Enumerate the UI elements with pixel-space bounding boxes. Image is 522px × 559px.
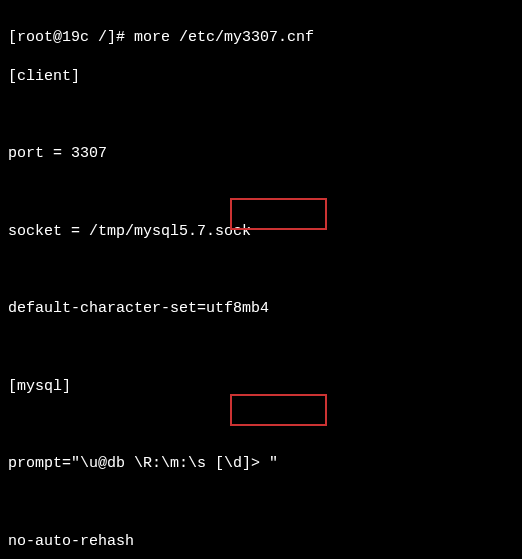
command-line: [root@19c /]# more /etc/my3307.cnf bbox=[8, 28, 514, 48]
config-line bbox=[8, 183, 514, 202]
config-line bbox=[8, 493, 514, 512]
config-line bbox=[8, 338, 514, 357]
config-line: prompt="\u@db \R:\m:\s [\d]> " bbox=[8, 454, 514, 474]
command: more /etc/my3307.cnf bbox=[134, 29, 314, 46]
config-line: [client] bbox=[8, 67, 514, 87]
config-line: socket = /tmp/mysql5.7.sock bbox=[8, 222, 514, 242]
config-line: no-auto-rehash bbox=[8, 532, 514, 552]
terminal-output: [root@19c /]# more /etc/my3307.cnf [clie… bbox=[8, 8, 514, 559]
config-line: default-character-set=utf8mb4 bbox=[8, 299, 514, 319]
config-line: port = 3307 bbox=[8, 144, 514, 164]
config-line bbox=[8, 106, 514, 125]
config-line bbox=[8, 416, 514, 435]
config-line bbox=[8, 261, 514, 280]
prompt: [root@19c /]# bbox=[8, 29, 134, 46]
config-line: [mysql] bbox=[8, 377, 514, 397]
